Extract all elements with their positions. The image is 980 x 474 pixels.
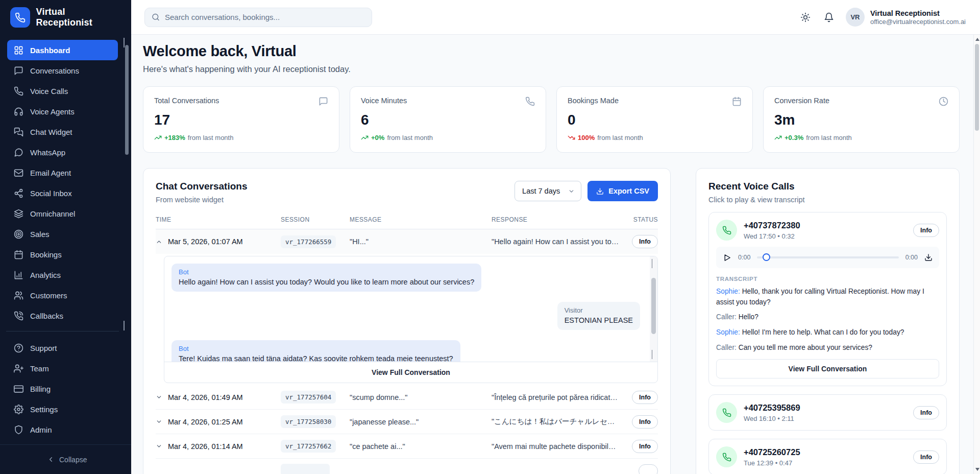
search-input[interactable] xyxy=(165,13,365,21)
sidebar-item-settings[interactable]: Settings xyxy=(7,399,118,419)
sidebar-scroll-down-icon[interactable] xyxy=(124,321,128,325)
sidebar-item-conversations[interactable]: Conversations xyxy=(7,60,118,81)
stat-value: 3m xyxy=(774,112,948,128)
info-button[interactable]: Info xyxy=(913,224,939,237)
account-email: office@virtualreceptionist.com.ai xyxy=(870,18,966,26)
scroll-down-icon[interactable] xyxy=(652,350,652,359)
grid-icon-label: Dashboard xyxy=(30,46,70,55)
chevron-down-icon[interactable] xyxy=(156,418,162,425)
scroll-up-icon[interactable] xyxy=(975,38,979,41)
voice-call-item[interactable]: +40737872380 Wed 17:50 • 0:32 Info 0:00 … xyxy=(708,212,947,386)
sidebar-nav: Dashboard Conversations Voice Calls Voic… xyxy=(0,35,131,444)
messages-scrollbar[interactable] xyxy=(650,256,657,362)
sidebar-item-customers[interactable]: Customers xyxy=(7,285,118,305)
sidebar-item-voice-agents[interactable]: Voice Agents xyxy=(7,101,118,122)
info-button[interactable]: Info xyxy=(913,451,939,464)
scroll-down-icon[interactable] xyxy=(975,468,979,471)
theme-toggle-sun-icon[interactable] xyxy=(799,11,812,24)
stat-delta: +183% xyxy=(164,134,185,141)
brand-name: Virtual Receptionist xyxy=(36,7,121,28)
sidebar-item-support[interactable]: Support xyxy=(7,338,118,358)
sidebar-item-analytics[interactable]: Analytics xyxy=(7,265,118,285)
sidebar-item-admin[interactable]: Admin xyxy=(7,419,118,440)
message-square-icon xyxy=(318,97,328,106)
window-scrollbar[interactable] xyxy=(973,35,980,474)
voice-call-item[interactable]: +40725260725 Tue 12:39 • 0:47 Info xyxy=(708,439,947,474)
chevron-down-icon[interactable] xyxy=(156,394,162,400)
call-number: +40737872380 xyxy=(744,221,800,230)
info-button[interactable]: Info xyxy=(632,235,658,248)
table-row[interactable]: Mar 5, 2026, 01:07 AM vr_177266559 "HI..… xyxy=(156,229,658,254)
trending-down-icon xyxy=(568,134,575,141)
stat-value: 0 xyxy=(568,112,742,128)
sidebar-item-social-inbox[interactable]: Social Inbox xyxy=(7,183,118,203)
stats-row: Total Conversations 17 +183% from last m… xyxy=(143,86,960,153)
session-badge: vr_177266559 xyxy=(281,235,336,248)
page-title: Welcome back, Virtual xyxy=(143,43,960,60)
call-meta: Wed 17:50 • 0:32 xyxy=(744,232,800,240)
player-seek-slider[interactable] xyxy=(757,253,898,262)
audio-player: 0:00 0:00 xyxy=(716,247,939,268)
sidebar-item-voice-calls[interactable]: Voice Calls xyxy=(7,81,118,101)
sidebar-scroll-up-icon[interactable] xyxy=(124,38,128,42)
sidebar-item-dashboard[interactable]: Dashboard xyxy=(7,40,118,60)
notifications-bell-icon[interactable] xyxy=(822,11,836,24)
date-range-select[interactable]: Last 7 days xyxy=(514,181,581,201)
transcript-line: Caller: Can you tell me more about your … xyxy=(716,343,939,353)
stat-card-total-conversations: Total Conversations 17 +183% from last m… xyxy=(143,86,339,153)
table-row[interactable]: Mar 4, 2026, 01:49 AM vr_177257604 "scum… xyxy=(156,385,658,410)
expanded-conversation-panel: Bot Hello again! How can I assist you to… xyxy=(164,256,658,383)
sidebar-item-email-agent[interactable]: Email Agent xyxy=(7,162,118,183)
phone-icon xyxy=(525,97,535,106)
sidebar-item-team[interactable]: Team xyxy=(7,358,118,378)
brand-header: Virtual Receptionist xyxy=(0,0,131,35)
chevron-left-icon xyxy=(47,456,55,463)
sidebar-divider xyxy=(6,331,119,331)
call-number: +40725260725 xyxy=(744,447,800,457)
recent-voice-calls-card: Recent Voice Calls Click to play & view … xyxy=(696,168,960,474)
info-button[interactable]: Info xyxy=(632,440,658,453)
info-button[interactable]: Info xyxy=(913,406,939,419)
stat-card-voice-minutes: Voice Minutes 6 +0% from last month xyxy=(350,86,546,153)
chat-title: Chat Conversations xyxy=(156,181,247,192)
sidebar-item-billing[interactable]: Billing xyxy=(7,378,118,399)
slider-thumb[interactable] xyxy=(763,253,770,261)
info-button[interactable]: Info xyxy=(632,391,658,404)
table-header: TIME SESSION MESSAGE RESPONSE STATUS xyxy=(156,216,658,229)
transcript-line: Sophie: Hello! I'm here to help. What ca… xyxy=(716,327,939,338)
download-icon[interactable] xyxy=(924,253,933,262)
phone-icon xyxy=(716,220,737,241)
session-badge xyxy=(281,464,330,474)
table-row[interactable]: Mar 4, 2026, 01:14 AM vr_177257662 "ce p… xyxy=(156,434,658,459)
chevron-up-icon[interactable] xyxy=(156,239,162,245)
sidebar-item-omnichannel[interactable]: Omnichannel xyxy=(7,203,118,224)
account-name: Virtual Receptionist xyxy=(870,9,966,18)
play-icon[interactable] xyxy=(723,253,731,262)
sidebar-item-bookings[interactable]: Bookings xyxy=(7,244,118,265)
table-row[interactable]: Mar 4, 2026, 01:25 AM vr_177258030 "japa… xyxy=(156,410,658,434)
voice-call-item[interactable]: +40725395869 Wed 16:10 • 2:11 Info xyxy=(708,394,947,431)
sidebar-scrollbar-thumb[interactable] xyxy=(125,45,129,155)
scroll-up-icon[interactable] xyxy=(652,259,652,268)
global-search[interactable] xyxy=(144,8,372,27)
sidebar-item-whatsapp[interactable]: WhatsApp xyxy=(7,142,118,162)
view-full-conversation-link[interactable]: View Full Conversation xyxy=(164,362,657,383)
account-menu[interactable]: VR Virtual Receptionist office@virtualre… xyxy=(846,8,966,27)
stat-card-conversion-rate: Conversion Rate 3m +0.3% from last month xyxy=(763,86,960,153)
sidebar-item-chat-widget[interactable]: Chat Widget xyxy=(7,122,118,142)
clock-icon xyxy=(939,97,948,106)
session-badge: vr_177257662 xyxy=(281,440,336,453)
table-row-partial[interactable] xyxy=(156,459,658,474)
window-scrollbar-thumb[interactable] xyxy=(975,44,979,131)
sidebar-collapse-button[interactable]: Collapse xyxy=(0,444,131,474)
info-button[interactable] xyxy=(639,464,658,474)
sidebar-item-callbacks[interactable]: Callbacks xyxy=(7,305,118,326)
transcript-label: TRANSCRIPT xyxy=(716,276,939,282)
messages-scrollbar-thumb[interactable] xyxy=(651,278,656,334)
voice-subtitle: Click to play & view transcript xyxy=(708,196,947,204)
chevron-down-icon[interactable] xyxy=(156,443,162,449)
view-full-conversation-button[interactable]: View Full Conversation xyxy=(716,359,939,378)
info-button[interactable]: Info xyxy=(632,415,658,429)
export-csv-button[interactable]: Export CSV xyxy=(587,181,658,201)
sidebar-item-sales[interactable]: Sales xyxy=(7,224,118,244)
